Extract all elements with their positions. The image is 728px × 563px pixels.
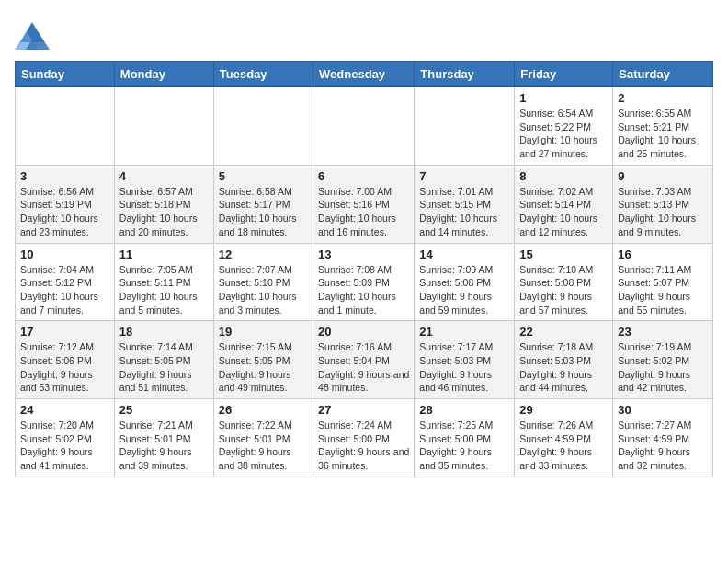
calendar-cell: 25Sunrise: 7:21 AM Sunset: 5:01 PM Dayli… bbox=[114, 399, 213, 477]
day-info: Sunrise: 7:12 AM Sunset: 5:06 PM Dayligh… bbox=[20, 340, 109, 395]
day-info: Sunrise: 7:08 AM Sunset: 5:09 PM Dayligh… bbox=[318, 263, 409, 317]
calendar-cell bbox=[16, 87, 115, 166]
day-number: 29 bbox=[519, 403, 608, 417]
calendar-cell: 24Sunrise: 7:20 AM Sunset: 5:02 PM Dayli… bbox=[16, 399, 115, 477]
day-info: Sunrise: 6:57 AM Sunset: 5:18 PM Dayligh… bbox=[119, 185, 209, 239]
day-number: 21 bbox=[419, 325, 509, 339]
day-info: Sunrise: 6:58 AM Sunset: 5:17 PM Dayligh… bbox=[219, 185, 308, 239]
day-number: 2 bbox=[618, 91, 708, 105]
day-info: Sunrise: 7:07 AM Sunset: 5:10 PM Dayligh… bbox=[219, 263, 308, 317]
calendar-cell: 17Sunrise: 7:12 AM Sunset: 5:06 PM Dayli… bbox=[16, 321, 115, 399]
day-info: Sunrise: 7:20 AM Sunset: 5:02 PM Dayligh… bbox=[20, 419, 109, 473]
calendar-cell: 4Sunrise: 6:57 AM Sunset: 5:18 PM Daylig… bbox=[114, 165, 213, 243]
weekday-header-thursday: Thursday bbox=[415, 62, 515, 87]
day-number: 27 bbox=[318, 403, 409, 417]
day-info: Sunrise: 7:15 AM Sunset: 5:05 PM Dayligh… bbox=[219, 340, 308, 395]
calendar-cell: 8Sunrise: 7:02 AM Sunset: 5:14 PM Daylig… bbox=[515, 165, 613, 243]
calendar-cell: 1Sunrise: 6:54 AM Sunset: 5:22 PM Daylig… bbox=[515, 87, 613, 166]
calendar-cell: 3Sunrise: 6:56 AM Sunset: 5:19 PM Daylig… bbox=[16, 165, 115, 243]
calendar-cell: 12Sunrise: 7:07 AM Sunset: 5:10 PM Dayli… bbox=[213, 243, 313, 321]
calendar-header-row: SundayMondayTuesdayWednesdayThursdayFrid… bbox=[16, 62, 713, 87]
day-number: 22 bbox=[519, 325, 608, 339]
logo bbox=[15, 15, 53, 52]
day-number: 14 bbox=[419, 247, 509, 261]
calendar-cell: 30Sunrise: 7:27 AM Sunset: 4:59 PM Dayli… bbox=[613, 399, 713, 477]
calendar-cell: 15Sunrise: 7:10 AM Sunset: 5:08 PM Dayli… bbox=[515, 243, 613, 321]
day-number: 18 bbox=[119, 325, 209, 339]
calendar-week-5: 24Sunrise: 7:20 AM Sunset: 5:02 PM Dayli… bbox=[16, 399, 713, 477]
weekday-header-sunday: Sunday bbox=[16, 62, 115, 87]
day-info: Sunrise: 7:10 AM Sunset: 5:08 PM Dayligh… bbox=[519, 263, 608, 317]
day-number: 19 bbox=[219, 325, 308, 339]
day-number: 1 bbox=[519, 91, 608, 105]
day-number: 11 bbox=[119, 247, 209, 261]
day-info: Sunrise: 7:04 AM Sunset: 5:12 PM Dayligh… bbox=[20, 263, 109, 317]
calendar-cell: 20Sunrise: 7:16 AM Sunset: 5:04 PM Dayli… bbox=[313, 321, 415, 399]
calendar-cell: 18Sunrise: 7:14 AM Sunset: 5:05 PM Dayli… bbox=[114, 321, 213, 399]
calendar-table: SundayMondayTuesdayWednesdayThursdayFrid… bbox=[15, 61, 713, 477]
day-info: Sunrise: 7:17 AM Sunset: 5:03 PM Dayligh… bbox=[419, 340, 509, 395]
calendar-week-2: 3Sunrise: 6:56 AM Sunset: 5:19 PM Daylig… bbox=[16, 165, 713, 243]
day-info: Sunrise: 7:21 AM Sunset: 5:01 PM Dayligh… bbox=[119, 419, 209, 473]
day-info: Sunrise: 7:01 AM Sunset: 5:15 PM Dayligh… bbox=[419, 185, 509, 239]
day-number: 3 bbox=[20, 169, 109, 183]
calendar-page: SundayMondayTuesdayWednesdayThursdayFrid… bbox=[0, 0, 728, 492]
calendar-cell: 6Sunrise: 7:00 AM Sunset: 5:16 PM Daylig… bbox=[313, 165, 415, 243]
calendar-cell: 22Sunrise: 7:18 AM Sunset: 5:03 PM Dayli… bbox=[515, 321, 613, 399]
calendar-cell: 9Sunrise: 7:03 AM Sunset: 5:13 PM Daylig… bbox=[613, 165, 713, 243]
calendar-cell: 14Sunrise: 7:09 AM Sunset: 5:08 PM Dayli… bbox=[415, 243, 515, 321]
day-info: Sunrise: 6:54 AM Sunset: 5:22 PM Dayligh… bbox=[519, 107, 608, 161]
weekday-header-wednesday: Wednesday bbox=[313, 62, 415, 87]
logo-icon bbox=[15, 15, 50, 50]
day-info: Sunrise: 6:56 AM Sunset: 5:19 PM Dayligh… bbox=[20, 185, 109, 239]
calendar-cell bbox=[213, 87, 313, 166]
calendar-week-4: 17Sunrise: 7:12 AM Sunset: 5:06 PM Dayli… bbox=[16, 321, 713, 399]
calendar-cell: 28Sunrise: 7:25 AM Sunset: 5:00 PM Dayli… bbox=[415, 399, 515, 477]
calendar-cell: 13Sunrise: 7:08 AM Sunset: 5:09 PM Dayli… bbox=[313, 243, 415, 321]
day-number: 24 bbox=[20, 403, 109, 417]
day-info: Sunrise: 7:24 AM Sunset: 5:00 PM Dayligh… bbox=[318, 419, 409, 473]
day-info: Sunrise: 7:14 AM Sunset: 5:05 PM Dayligh… bbox=[119, 340, 209, 395]
calendar-week-1: 1Sunrise: 6:54 AM Sunset: 5:22 PM Daylig… bbox=[16, 87, 713, 166]
day-info: Sunrise: 7:25 AM Sunset: 5:00 PM Dayligh… bbox=[419, 419, 509, 473]
weekday-header-saturday: Saturday bbox=[613, 62, 713, 87]
calendar-cell bbox=[114, 87, 213, 166]
day-info: Sunrise: 7:09 AM Sunset: 5:08 PM Dayligh… bbox=[419, 263, 509, 317]
day-number: 28 bbox=[419, 403, 509, 417]
calendar-cell: 5Sunrise: 6:58 AM Sunset: 5:17 PM Daylig… bbox=[213, 165, 313, 243]
day-number: 8 bbox=[519, 169, 608, 183]
calendar-week-3: 10Sunrise: 7:04 AM Sunset: 5:12 PM Dayli… bbox=[16, 243, 713, 321]
day-number: 7 bbox=[419, 169, 509, 183]
calendar-cell: 21Sunrise: 7:17 AM Sunset: 5:03 PM Dayli… bbox=[415, 321, 515, 399]
day-info: Sunrise: 7:03 AM Sunset: 5:13 PM Dayligh… bbox=[618, 185, 708, 239]
calendar-cell: 2Sunrise: 6:55 AM Sunset: 5:21 PM Daylig… bbox=[613, 87, 713, 166]
calendar-cell: 23Sunrise: 7:19 AM Sunset: 5:02 PM Dayli… bbox=[613, 321, 713, 399]
day-number: 9 bbox=[618, 169, 708, 183]
calendar-cell bbox=[313, 87, 415, 166]
calendar-cell: 10Sunrise: 7:04 AM Sunset: 5:12 PM Dayli… bbox=[16, 243, 115, 321]
day-number: 4 bbox=[119, 169, 209, 183]
day-info: Sunrise: 7:05 AM Sunset: 5:11 PM Dayligh… bbox=[119, 263, 209, 317]
day-info: Sunrise: 6:55 AM Sunset: 5:21 PM Dayligh… bbox=[618, 107, 708, 161]
calendar-cell bbox=[415, 87, 515, 166]
day-number: 25 bbox=[119, 403, 209, 417]
day-info: Sunrise: 7:19 AM Sunset: 5:02 PM Dayligh… bbox=[618, 340, 708, 395]
day-info: Sunrise: 7:22 AM Sunset: 5:01 PM Dayligh… bbox=[219, 419, 308, 473]
day-number: 15 bbox=[519, 247, 608, 261]
day-number: 30 bbox=[618, 403, 708, 417]
day-number: 17 bbox=[20, 325, 109, 339]
weekday-header-monday: Monday bbox=[114, 62, 213, 87]
day-number: 20 bbox=[318, 325, 409, 339]
day-info: Sunrise: 7:27 AM Sunset: 4:59 PM Dayligh… bbox=[618, 419, 708, 473]
day-info: Sunrise: 7:26 AM Sunset: 4:59 PM Dayligh… bbox=[519, 419, 608, 473]
calendar-cell: 29Sunrise: 7:26 AM Sunset: 4:59 PM Dayli… bbox=[515, 399, 613, 477]
day-number: 10 bbox=[20, 247, 109, 261]
calendar-cell: 11Sunrise: 7:05 AM Sunset: 5:11 PM Dayli… bbox=[114, 243, 213, 321]
day-number: 23 bbox=[618, 325, 708, 339]
weekday-header-friday: Friday bbox=[515, 62, 613, 87]
day-info: Sunrise: 7:02 AM Sunset: 5:14 PM Dayligh… bbox=[519, 185, 608, 239]
calendar-cell: 27Sunrise: 7:24 AM Sunset: 5:00 PM Dayli… bbox=[313, 399, 415, 477]
day-number: 6 bbox=[318, 169, 409, 183]
page-header bbox=[15, 15, 713, 52]
day-number: 26 bbox=[219, 403, 308, 417]
